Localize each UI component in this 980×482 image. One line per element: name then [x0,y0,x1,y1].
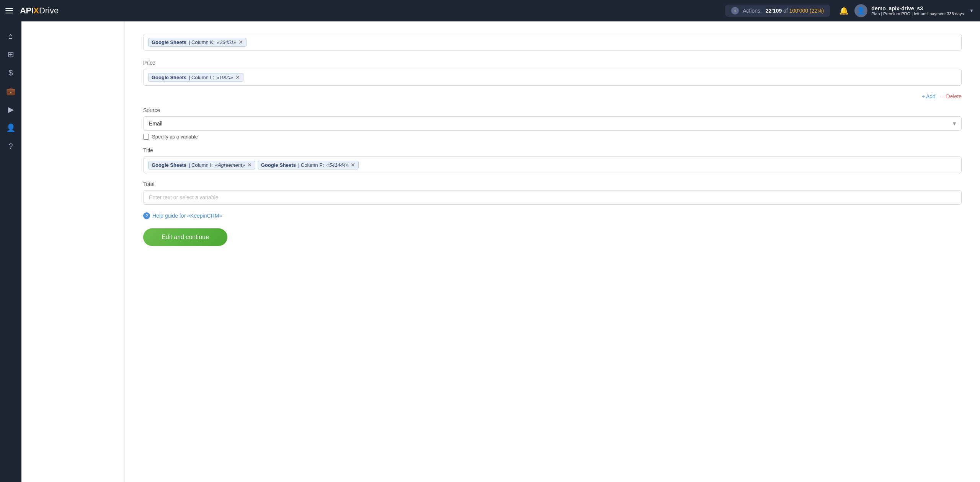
price-tag-value: «1900» [216,75,233,80]
actions-badge: i Actions: 22'109 of 100'000 (22%) [725,5,830,17]
sidebar-item-help[interactable]: ? [2,138,19,155]
diagram-icon: ⊞ [8,50,14,59]
edit-continue-button[interactable]: Edit and continue [143,228,227,246]
dollar-icon: $ [8,68,13,77]
add-delete-row: + Add – Delete [143,93,962,99]
title-tag2-value: «541444» [326,162,348,168]
user-icon: 👤 [857,7,865,15]
hamburger-button[interactable] [0,0,18,21]
actions-percent: (22%) [810,8,824,14]
price-tag: Google Sheets | Column L: «1900» ✕ [148,73,243,82]
bell-icon: 🔔 [839,6,849,15]
tag-column: | Column K: [189,39,215,45]
specify-variable-row: Specify as a variable [143,134,962,140]
help-circle-icon: ? [143,212,150,219]
total-input[interactable] [143,190,962,205]
title-tag2-source: Google Sheets [261,162,296,168]
profile-icon: 👤 [6,123,16,132]
title-tag1-close-button[interactable]: ✕ [247,162,252,168]
sidebar-item-video[interactable]: ▶ [2,101,19,118]
sidebar-item-briefcase[interactable]: 💼 [2,83,19,99]
actions-of: of [783,8,789,14]
price-tag-column: | Column L: [189,75,214,80]
source-select[interactable]: Email [143,116,962,131]
title-tags-input[interactable]: Google Sheets | Column I: «Agreement» ✕ … [143,156,962,173]
logo-drive-text: Drive [39,6,59,16]
right-panel: Google Sheets | Column K: «23451» ✕ Pric… [125,21,980,482]
sidebar-item-billing[interactable]: $ [2,64,19,81]
title-tag1-source: Google Sheets [152,162,186,168]
info-icon: i [731,7,739,15]
above-price-section: Google Sheets | Column K: «23451» ✕ [143,34,962,50]
tag-source: Google Sheets [152,39,186,45]
above-price-tags-input[interactable]: Google Sheets | Column K: «23451» ✕ [143,34,962,50]
user-menu[interactable]: 👤 demo_apix-drive_s3 Plan | Premium PRO … [854,4,974,17]
total-section: Total [143,181,962,205]
logo: APIXDrive [20,6,59,16]
avatar: 👤 [854,4,867,17]
logo-api-text: API [20,6,33,16]
price-tag-close-button[interactable]: ✕ [235,75,240,80]
title-tag2-close-button[interactable]: ✕ [351,162,355,168]
user-info: demo_apix-drive_s3 Plan | Premium PRO | … [871,5,964,16]
video-icon: ▶ [8,105,14,114]
price-tags-input[interactable]: Google Sheets | Column L: «1900» ✕ [143,69,962,86]
above-price-tag: Google Sheets | Column K: «23451» ✕ [148,38,247,47]
top-navigation: APIXDrive i Actions: 22'109 of 100'000 (… [0,0,980,21]
briefcase-icon: 💼 [6,86,16,96]
delete-button[interactable]: – Delete [942,93,962,99]
logo-x-text: X [33,6,39,16]
title-tag-1: Google Sheets | Column I: «Agreement» ✕ [148,161,255,169]
actions-label: Actions: [743,8,762,14]
help-link[interactable]: ? Help guide for «KeepinCRM» [143,212,962,219]
menu-icon [5,8,13,13]
price-tag-source: Google Sheets [152,75,186,80]
title-tag-2: Google Sheets | Column P: «541444» ✕ [258,161,359,169]
price-label: Price [143,60,962,66]
notifications-button[interactable]: 🔔 [836,3,851,18]
specify-variable-checkbox[interactable] [143,134,149,140]
main-content: Google Sheets | Column K: «23451» ✕ Pric… [21,21,980,482]
title-tag1-column: | Column I: [189,162,213,168]
sidebar-item-home[interactable]: ⌂ [2,28,19,44]
title-section: Title Google Sheets | Column I: «Agreeme… [143,147,962,173]
title-tag2-column: | Column P: [298,162,324,168]
home-icon: ⌂ [8,32,13,41]
actions-count: 22'109 [766,8,782,14]
price-section: Price Google Sheets | Column L: «1900» ✕ [143,60,962,86]
add-button[interactable]: + Add [922,93,936,99]
title-label: Title [143,147,962,153]
sidebar-item-profile[interactable]: 👤 [2,119,19,136]
chevron-down-icon: ▼ [969,8,974,13]
user-name: demo_apix-drive_s3 [871,5,964,11]
title-tag1-value: «Agreement» [215,162,245,168]
actions-total: 100'000 [789,8,808,14]
total-label: Total [143,181,962,187]
left-panel [21,21,125,482]
source-section: Source Email ▼ Specify as a variable [143,107,962,140]
help-text: Help guide for «KeepinCRM» [152,213,222,219]
source-label: Source [143,107,962,113]
user-plan: Plan | Premium PRO | left until payment … [871,11,964,16]
question-icon: ? [8,142,13,151]
tag-close-button[interactable]: ✕ [238,39,243,45]
specify-variable-label: Specify as a variable [152,134,198,140]
source-select-wrapper: Email ▼ [143,116,962,131]
sidebar-item-diagram[interactable]: ⊞ [2,46,19,63]
sidebar: ⌂ ⊞ $ 💼 ▶ 👤 ? [0,21,21,482]
tag-value: «23451» [217,39,237,45]
